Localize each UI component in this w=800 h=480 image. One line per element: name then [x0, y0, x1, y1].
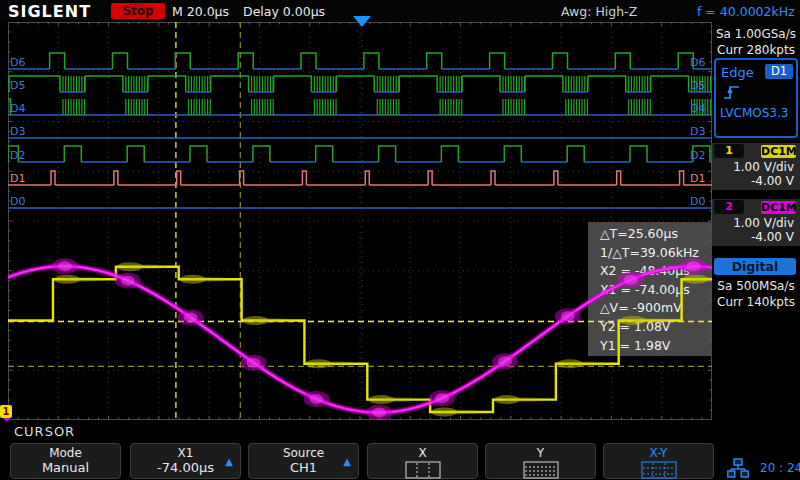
- digital-label-D2[interactable]: D2: [690, 149, 705, 162]
- top-status-bar: SIGLENT Stop M 20.0µs Delay 0.00µs Awg: …: [0, 0, 800, 22]
- menu-button-label: Y: [486, 446, 595, 460]
- menu-button-source[interactable]: Source CH1 ▲: [248, 443, 359, 479]
- menu-button-label: X: [368, 446, 477, 460]
- channel1-offset: -4.00 V: [714, 174, 794, 188]
- ch1-glitch-blob: [378, 397, 418, 402]
- ch1-glitch-blob: [315, 361, 355, 366]
- digital-panel-button[interactable]: Digital: [714, 258, 796, 275]
- digital-label-D0[interactable]: D0: [690, 195, 705, 208]
- scope-canvas: △T=25.60µs1/△T=39.06kHzX2 = -48.40µsX1 =…: [8, 22, 712, 420]
- ch2-noise-blob: [58, 261, 72, 271]
- ch2-noise-blob: [435, 393, 449, 403]
- y-cursors-icon: [523, 461, 559, 479]
- ch1-glitch-blob: [253, 318, 293, 323]
- digital-label-D6[interactable]: D6: [690, 56, 705, 69]
- cursor-readout-line: △T=25.60µs: [600, 226, 678, 241]
- digital-trace-D2-high: [8, 146, 710, 162]
- digital-trace-D5-high: [9, 76, 712, 92]
- ch2-noise-blob: [247, 358, 261, 368]
- trigger-level-label: LVCMOS3.3: [720, 106, 788, 120]
- trigger-source-badge: D1: [765, 64, 793, 79]
- ch2-noise-blob: [372, 408, 386, 418]
- ch2-noise-blob: [687, 261, 701, 271]
- channel1-scale: 1.00 V/div: [714, 160, 794, 174]
- ch2-noise-blob: [561, 311, 575, 321]
- digital-label-D5[interactable]: D5: [10, 79, 25, 92]
- channel2-offset: -4.00 V: [714, 230, 794, 244]
- clock: 20 : 24: [760, 461, 800, 475]
- analog-sample-rate: Sa 1.00GSa/s: [712, 26, 800, 42]
- siglent-logo: SIGLENT: [8, 2, 91, 21]
- ch2-noise-blob: [184, 312, 198, 322]
- waveform-display: △T=25.60µs1/△T=39.06kHzX2 = -48.40µsX1 =…: [8, 22, 712, 420]
- digital-memory-depth: Curr 140kpts: [712, 294, 800, 310]
- digital-label-D6[interactable]: D6: [10, 56, 25, 69]
- adjust-arrow-icon: ▲: [225, 456, 233, 467]
- timebase-readout[interactable]: M 20.0µs: [172, 4, 229, 19]
- channel2-number: 2: [714, 200, 744, 214]
- digital-label-D1[interactable]: D1: [10, 172, 25, 185]
- digital-trace-D6-high: [50, 53, 694, 69]
- menu-button-mode[interactable]: Mode Manual: [10, 443, 121, 479]
- ch2-noise-blob: [624, 275, 638, 285]
- trigger-panel[interactable]: Edge D1 LVCMOS3.3: [714, 58, 798, 138]
- xy-cursors-icon: [641, 461, 677, 479]
- digital-label-D3[interactable]: D3: [690, 125, 705, 138]
- run-state-badge[interactable]: Stop: [111, 3, 165, 19]
- frequency-counter: f = 40.0002kHz: [697, 4, 795, 19]
- menu-button-value: CH1: [249, 460, 358, 475]
- menu-button-label: Mode: [11, 446, 120, 460]
- channel2-panel[interactable]: 2 DC1M 1.00 V/div -4.00 V: [712, 199, 800, 246]
- cursor-readout-line: Y1 = 1.98V: [599, 338, 671, 353]
- ch1-zero-marker[interactable]: 1: [0, 405, 12, 418]
- oscilloscope-screen: SIGLENT Stop M 20.0µs Delay 0.00µs Awg: …: [0, 0, 800, 480]
- analog-memory-depth: Curr 280kpts: [712, 42, 800, 58]
- delay-readout[interactable]: Delay 0.00µs: [243, 4, 325, 19]
- rising-edge-icon: [722, 84, 742, 101]
- digital-label-D4[interactable]: D4: [690, 102, 705, 115]
- menu-button-label: Source: [249, 446, 358, 460]
- x-cursors-icon: [405, 461, 441, 479]
- menu-button-label: X1: [131, 446, 240, 460]
- digital-label-D0[interactable]: D0: [10, 195, 25, 208]
- soft-menu-bar: CURSOR Mode Manual X1 -74.00µs ▲ Source …: [0, 420, 800, 480]
- ch2-noise-blob: [309, 394, 323, 404]
- ch1-glitch-blob: [127, 264, 167, 269]
- menu-button-y-cursors[interactable]: Y: [485, 443, 596, 479]
- digital-label-D5[interactable]: D5: [690, 79, 705, 92]
- adjust-arrow-icon: ▲: [343, 456, 351, 467]
- channel1-panel[interactable]: 1 DC1M 1.00 V/div -4.00 V: [712, 143, 800, 190]
- digital-trace-D1-high: [51, 171, 684, 185]
- ch2-noise-blob: [121, 276, 135, 286]
- analog-acquisition-info: Sa 1.00GSa/s Curr 280kpts: [712, 26, 800, 58]
- channel2-scale: 1.00 V/div: [714, 216, 794, 230]
- menu-button-x1[interactable]: X1 -74.00µs ▲: [130, 443, 241, 479]
- cursor-readout-line: 1/△T=39.06kHz: [600, 245, 699, 260]
- menu-button-value: -74.00µs: [131, 460, 240, 475]
- awg-status[interactable]: Awg: High-Z: [561, 4, 637, 19]
- menu-button-x-cursors[interactable]: X: [367, 443, 478, 479]
- menu-button-xy-cursors[interactable]: X-Y: [603, 443, 714, 479]
- ch2-noise-blob: [498, 356, 512, 366]
- menu-button-label: X-Y: [604, 446, 713, 460]
- digital-label-D2[interactable]: D2: [10, 149, 25, 162]
- channel2-coupling-badge: DC1M: [761, 201, 796, 214]
- ch1-glitch-blob: [441, 410, 481, 415]
- cursor-readout-line: △V= -900mV: [600, 300, 682, 315]
- digital-label-D4[interactable]: D4: [10, 102, 25, 115]
- menu-button-value: Manual: [11, 460, 120, 475]
- ch1-glitch-blob: [190, 277, 230, 282]
- digital-label-D1[interactable]: D1: [690, 172, 705, 185]
- digital-sample-rate: Sa 500MSa/s: [712, 278, 800, 294]
- network-lan-icon[interactable]: [727, 458, 749, 478]
- ch1-glitch-blob: [630, 318, 670, 323]
- ch1-glitch-blob: [504, 397, 544, 402]
- trigger-position-marker[interactable]: [353, 16, 371, 27]
- digital-acquisition-info: Sa 500MSa/s Curr 140kpts: [712, 278, 800, 310]
- ch1-glitch-blob: [567, 361, 607, 366]
- digital-label-D3[interactable]: D3: [10, 125, 25, 138]
- menu-title: CURSOR: [14, 424, 75, 439]
- channel1-coupling-badge: DC1M: [761, 145, 796, 158]
- ch1-glitch-blob: [64, 277, 104, 282]
- channel1-number: 1: [714, 144, 744, 158]
